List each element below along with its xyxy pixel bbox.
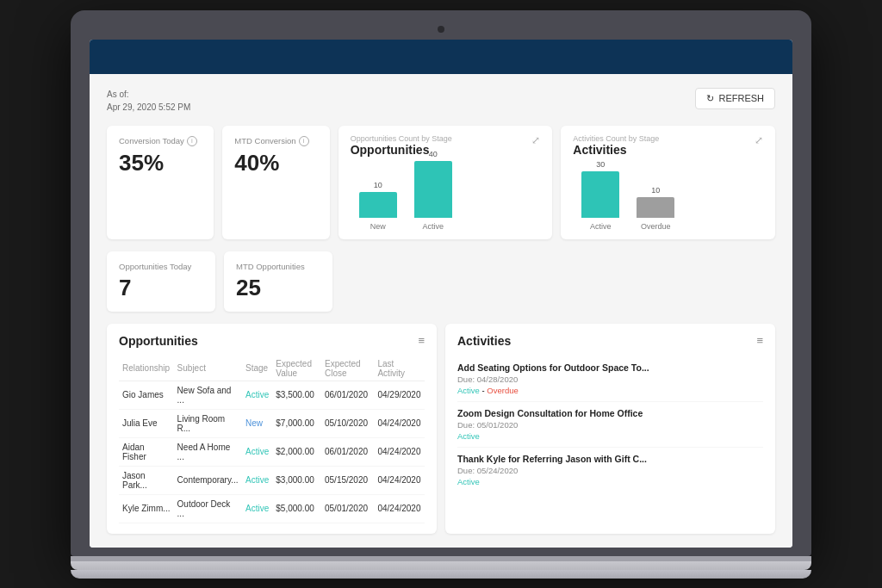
activity-title: Add Seating Options for Outdoor Space To… (457, 362, 763, 373)
mtd-conversion-value: 40% (234, 150, 317, 176)
cell-stage: New (242, 409, 272, 437)
opportunities-chart-label: Opportunities Count by Stage (351, 134, 452, 143)
conversion-today-value: 35% (119, 150, 202, 176)
top-bar (90, 40, 792, 74)
activity-status: Active - Overdue (457, 386, 763, 395)
cell-stage: Active (242, 494, 272, 523)
opportunities-section-header: Opportunities ≡ (119, 334, 425, 348)
col-expected-value: Expected Value (272, 356, 321, 381)
activities-chart-card: Activities Count by Stage Activities ⤢ 3… (561, 126, 775, 239)
cell-expected-close: 05/10/2020 (321, 409, 374, 437)
refresh-button[interactable]: ↻ REFRESH (695, 88, 775, 109)
bottom-row: Opportunities ≡ Relationship Subject Sta… (107, 324, 775, 534)
list-item[interactable]: Zoom Design Consultation for Home Office… (457, 402, 763, 448)
expand-icon[interactable]: ⤢ (531, 134, 540, 146)
activity-status: Active (457, 477, 763, 486)
activity-due: Due: 04/28/2020 (457, 374, 763, 384)
activities-bar-chart: 30 Active 10 Overdue (573, 162, 763, 231)
col-subject: Subject (174, 356, 242, 381)
header-row: As of: Apr 29, 2020 5:52 PM ↻ REFRESH (107, 88, 775, 114)
cell-subject: Living Room R... (174, 409, 242, 437)
cell-expected-value: $2,000.00 (272, 437, 321, 466)
camera (438, 26, 444, 33)
cell-relationship: Julia Eve (119, 409, 174, 437)
cell-stage: Active (242, 437, 272, 466)
conversion-today-card: Conversion Today i 35% (107, 126, 214, 239)
activity-due: Due: 05/01/2020 (457, 420, 763, 430)
expand-icon-2[interactable]: ⤢ (755, 134, 763, 146)
bar-group-new: 10 New (359, 181, 397, 231)
table-row[interactable]: Aidan Fisher Need A Home ... Active $2,0… (119, 437, 425, 466)
col-expected-close: Expected Close (321, 356, 374, 381)
cell-expected-close: 05/15/2020 (321, 466, 374, 494)
activities-filter-icon[interactable]: ≡ (756, 334, 763, 347)
cell-last-activity: 04/24/2020 (374, 494, 425, 523)
cell-subject: Outdoor Deck ... (174, 494, 242, 523)
activities-list: Add Seating Options for Outdoor Space To… (457, 356, 763, 492)
opportunities-table-card: Opportunities ≡ Relationship Subject Sta… (107, 324, 437, 534)
cell-last-activity: 04/24/2020 (374, 466, 425, 494)
bar-overdue (637, 197, 674, 218)
mtd-conversion-card: MTD Conversion i 40% (222, 126, 329, 239)
col-stage: Stage (242, 356, 272, 381)
screen: As of: Apr 29, 2020 5:52 PM ↻ REFRESH Co… (90, 40, 792, 548)
table-row[interactable]: Julia Eve Living Room R... New $7,000.00… (119, 409, 425, 437)
activity-status: Active (457, 431, 763, 441)
screen-bezel: As of: Apr 29, 2020 5:52 PM ↻ REFRESH Co… (71, 10, 811, 556)
cell-subject: New Sofa and ... (174, 381, 242, 409)
table-row[interactable]: Gio James New Sofa and ... Active $3,500… (119, 381, 425, 409)
table-row[interactable]: Jason Park... Contemporary... Active $3,… (119, 466, 425, 494)
cell-last-activity: 04/24/2020 (374, 409, 425, 437)
mtd-opportunities-label: MTD Opportunities (236, 262, 320, 271)
conversion-today-label: Conversion Today i (119, 136, 202, 146)
as-of-date: Apr 29, 2020 5:52 PM (107, 102, 190, 112)
info-icon-2: i (299, 136, 309, 146)
second-metrics-row: Opportunities Today 7 MTD Opportunities … (107, 251, 775, 312)
cell-relationship: Kyle Zimm... (119, 494, 174, 523)
cell-expected-close: 05/01/2020 (321, 494, 374, 523)
activity-title: Zoom Design Consultation for Home Office (457, 408, 763, 418)
opportunities-today-label: Opportunities Today (119, 262, 203, 271)
refresh-label: REFRESH (718, 93, 764, 103)
cell-stage: Active (242, 466, 272, 494)
activities-chart-title: Activities (573, 143, 659, 157)
cell-expected-close: 06/01/2020 (321, 381, 374, 409)
cell-subject: Need A Home ... (174, 437, 242, 466)
cell-expected-close: 06/01/2020 (321, 437, 374, 466)
activity-due: Due: 05/24/2020 (457, 466, 763, 475)
table-row[interactable]: Kyle Zimm... Outdoor Deck ... Active $5,… (119, 494, 425, 523)
cell-subject: Contemporary... (174, 466, 242, 494)
opportunities-table: Relationship Subject Stage Expected Valu… (119, 356, 425, 523)
metrics-row: Conversion Today i 35% MTD Conversion i … (107, 126, 775, 239)
refresh-icon: ↻ (706, 93, 714, 104)
cell-stage: Active (242, 381, 272, 409)
laptop-base (71, 556, 811, 570)
activities-section-title: Activities (457, 334, 511, 348)
cell-last-activity: 04/24/2020 (374, 437, 425, 466)
opportunities-chart-card: Opportunities Count by Stage Opportuniti… (339, 126, 553, 239)
cell-relationship: Jason Park... (119, 466, 174, 494)
bar-act-active (581, 171, 619, 218)
cell-expected-value: $7,000.00 (272, 409, 321, 437)
cell-last-activity: 04/29/2020 (374, 381, 425, 409)
opportunities-today-value: 7 (119, 275, 203, 301)
cell-relationship: Gio James (119, 381, 174, 409)
activities-chart-label: Activities Count by Stage (573, 134, 659, 143)
activity-title: Thank Kyle for Referring Jason with Gift… (457, 454, 763, 464)
bar-group-overdue: 10 Overdue (637, 186, 674, 231)
list-item[interactable]: Add Seating Options for Outdoor Space To… (457, 356, 763, 402)
col-relationship: Relationship (119, 356, 174, 381)
cell-expected-value: $3,500.00 (272, 381, 321, 409)
mtd-opportunities-value: 25 (236, 275, 320, 301)
laptop-hinge (71, 556, 811, 561)
dashboard-content: As of: Apr 29, 2020 5:52 PM ↻ REFRESH Co… (90, 74, 792, 548)
mtd-conversion-label: MTD Conversion i (234, 136, 317, 146)
cell-expected-value: $5,000.00 (272, 494, 321, 523)
as-of-label: As of: Apr 29, 2020 5:52 PM (107, 88, 190, 114)
bar-group-active-act: 30 Active (581, 160, 619, 231)
filter-icon[interactable]: ≡ (418, 334, 425, 347)
bar-active (414, 161, 452, 218)
activities-list-card: Activities ≡ Add Seating Options for Out… (445, 324, 775, 534)
list-item[interactable]: Thank Kyle for Referring Jason with Gift… (457, 448, 763, 492)
info-icon: i (187, 136, 197, 146)
